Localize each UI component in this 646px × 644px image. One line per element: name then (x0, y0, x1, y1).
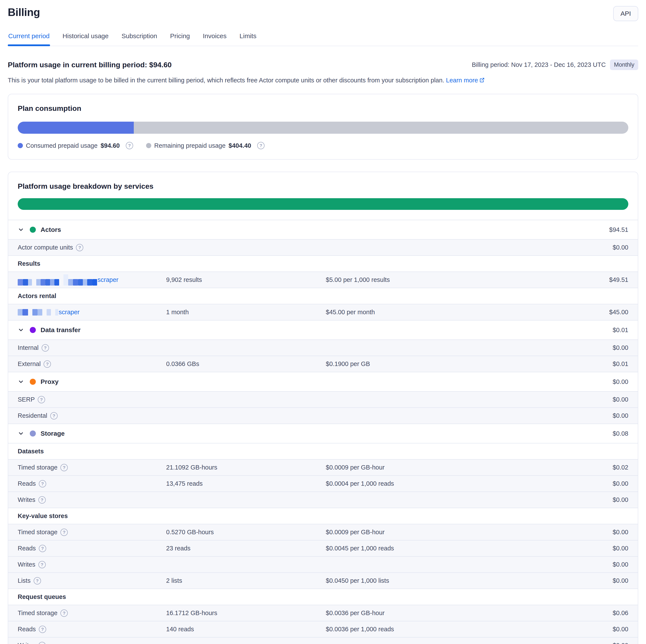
chevron-down-icon[interactable] (18, 227, 24, 233)
row-amount: $0.00 (594, 480, 628, 487)
tab-subscription[interactable]: Subscription (121, 31, 157, 46)
billing-page: Billing API Current period Historical us… (0, 0, 646, 644)
row-label: Timed storage (18, 464, 58, 471)
table-row: scraper 1 month $45.00 per month $45.00 (8, 304, 638, 320)
table-row: Writes? $0.00 (8, 637, 638, 644)
subsection-row: Actors rental (8, 288, 638, 304)
help-icon[interactable]: ? (38, 642, 46, 644)
help-icon[interactable]: ? (39, 545, 46, 552)
row-label: Timed storage (18, 529, 58, 536)
section-label: Actors (40, 226, 61, 233)
consumed-value: $94.60 (101, 142, 120, 149)
section-amount: $94.51 (594, 226, 628, 233)
actor-link[interactable]: scraper (98, 276, 118, 283)
row-quantity: 16.1712 GB-hours (166, 610, 326, 617)
row-label: Reads (18, 545, 36, 552)
help-icon[interactable]: ? (38, 561, 46, 568)
section-row-actors[interactable]: Actors $94.51 (8, 220, 638, 239)
billing-period-text: Billing period: Nov 17, 2023 - Dec 16, 2… (472, 61, 606, 69)
subsection-row: Datasets (8, 443, 638, 459)
row-label: Lists (18, 577, 31, 584)
row-amount: $0.00 (594, 244, 628, 251)
row-amount: $49.51 (594, 276, 628, 283)
row-amount: $0.00 (594, 344, 628, 351)
table-row: Reads? 13,475 reads $0.0004 per 1,000 re… (8, 475, 638, 492)
usage-description: This is your total platform usage to be … (8, 76, 638, 85)
section-amount: $0.01 (594, 327, 628, 334)
section-amount: $0.00 (594, 378, 628, 385)
row-unit-price: $5.00 per 1,000 results (326, 276, 594, 283)
page-title: Billing (8, 6, 40, 18)
row-quantity: 140 reads (166, 626, 326, 633)
tab-historical-usage[interactable]: Historical usage (62, 31, 109, 46)
tab-current-period[interactable]: Current period (8, 31, 50, 46)
help-icon[interactable]: ? (257, 142, 264, 149)
remaining-label: Remaining prepaid usage (154, 142, 226, 149)
billing-cycle-badge: Monthly (610, 59, 638, 70)
usage-total-heading: Platform usage in current billing period… (8, 60, 172, 69)
help-icon[interactable]: ? (42, 344, 49, 352)
help-icon[interactable]: ? (43, 360, 51, 368)
row-quantity: 9,902 results (166, 276, 326, 283)
help-icon[interactable]: ? (50, 412, 58, 419)
row-amount: $0.06 (594, 610, 628, 617)
consumed-label: Consumed prepaid usage (26, 142, 98, 149)
help-icon[interactable]: ? (61, 529, 68, 536)
table-row: Reads? 23 reads $0.0045 per 1,000 reads … (8, 540, 638, 556)
row-unit-price: $0.0036 per 1,000 reads (326, 626, 594, 633)
row-amount: $0.00 (594, 626, 628, 633)
learn-more-link[interactable]: Learn more (446, 77, 485, 84)
row-unit-price: $0.1900 per GB (326, 360, 594, 368)
row-unit-price: $0.0004 per 1,000 reads (326, 480, 594, 487)
table-row: SERP? $0.00 (8, 391, 638, 407)
help-icon[interactable]: ? (39, 626, 46, 633)
table-row: Writes? $0.00 (8, 556, 638, 572)
row-label: SERP (18, 396, 35, 403)
help-icon[interactable]: ? (61, 464, 68, 471)
chevron-down-icon[interactable] (18, 379, 24, 385)
table-row: scraper 9,902 results $5.00 per 1,000 re… (8, 271, 638, 288)
row-amount: $0.00 (594, 529, 628, 536)
help-icon[interactable]: ? (126, 142, 133, 149)
row-quantity: 2 lists (166, 577, 326, 584)
section-row-data-transfer[interactable]: Data transfer $0.01 (8, 320, 638, 340)
help-icon[interactable]: ? (76, 244, 83, 251)
row-amount: $0.00 (594, 545, 628, 552)
redacted-text (18, 309, 58, 315)
section-label: Data transfer (40, 326, 81, 334)
table-row: Timed storage? 0.5270 GB-hours $0.0009 p… (8, 524, 638, 540)
row-unit-price: $0.0045 per 1,000 reads (326, 545, 594, 552)
chevron-down-icon[interactable] (18, 430, 24, 437)
table-row: Actor compute units? $0.00 (8, 239, 638, 255)
actor-link[interactable]: scraper (59, 308, 80, 316)
tab-invoices[interactable]: Invoices (202, 31, 227, 46)
help-icon[interactable]: ? (39, 480, 46, 487)
row-label: Actor compute units (18, 244, 73, 251)
tab-limits[interactable]: Limits (239, 31, 257, 46)
redacted-text (18, 274, 97, 285)
section-row-storage[interactable]: Storage $0.08 (8, 423, 638, 443)
section-amount: $0.08 (594, 430, 628, 437)
table-row: Residental? $0.00 (8, 407, 638, 423)
section-label: Proxy (40, 378, 59, 385)
tab-pricing[interactable]: Pricing (170, 31, 190, 46)
chevron-down-icon[interactable] (18, 327, 24, 333)
help-icon[interactable]: ? (61, 610, 68, 617)
row-amount: $0.00 (594, 496, 628, 503)
breakdown-stacked-bar (18, 198, 628, 210)
api-button[interactable]: API (613, 6, 638, 21)
table-row: Timed storage? 16.1712 GB-hours $0.0036 … (8, 605, 638, 621)
help-icon[interactable]: ? (38, 496, 46, 504)
legend-consumed: Consumed prepaid usage $94.60 ? (18, 142, 133, 149)
subsection-row: Request queues (8, 589, 638, 605)
help-icon[interactable]: ? (38, 396, 45, 403)
section-row-proxy[interactable]: Proxy $0.00 (8, 372, 638, 391)
row-amount: $0.01 (594, 360, 628, 368)
row-quantity: 13,475 reads (166, 480, 326, 487)
plan-consumption-card: Plan consumption Consumed prepaid usage … (8, 94, 638, 160)
section-label: Storage (40, 430, 65, 437)
storage-dot-icon (30, 430, 36, 436)
help-icon[interactable]: ? (34, 577, 41, 585)
row-label: Writes (18, 642, 35, 644)
table-row: Lists? 2 lists $0.0450 per 1,000 lists $… (8, 572, 638, 589)
